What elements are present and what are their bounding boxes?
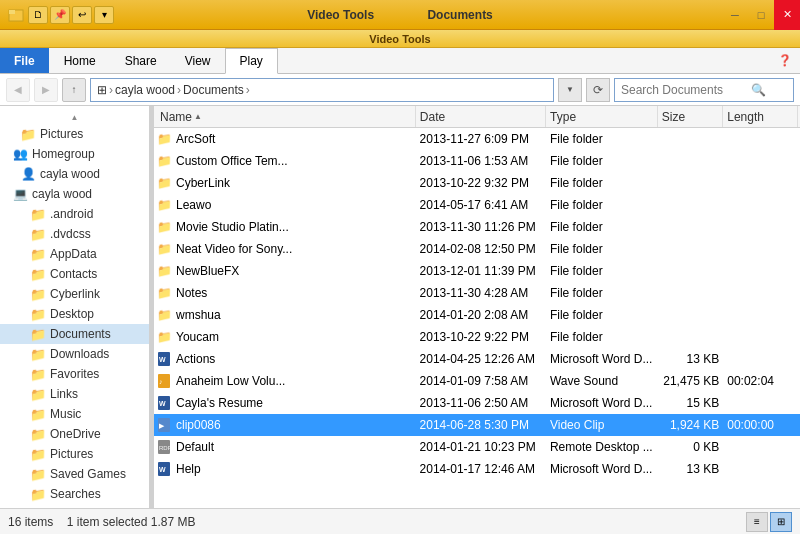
col-header-type[interactable]: Type — [546, 106, 658, 127]
folder-icon: 📁 — [156, 197, 172, 213]
tab-play[interactable]: Play — [225, 48, 278, 74]
sidebar-item-downloads[interactable]: 📁 Downloads — [0, 344, 149, 364]
folder-icon: 📁 — [30, 466, 46, 482]
minimize-button[interactable]: ─ — [722, 0, 748, 30]
table-row[interactable]: W Help 2014-01-17 12:46 AM Microsoft Wor… — [154, 458, 800, 480]
forward-button[interactable]: ▶ — [34, 78, 58, 102]
sidebar-item-contacts[interactable]: 📁 Contacts — [0, 264, 149, 284]
sidebar: ▲ 📁 Pictures 👥 Homegroup 👤 cayla wood 💻 … — [0, 106, 150, 508]
sidebar-item-android[interactable]: 📁 .android — [0, 204, 149, 224]
table-row[interactable]: 📁Youcam 2013-10-22 9:22 PM File folder — [154, 326, 800, 348]
address-bar: ◀ ▶ ↑ ⊞ › cayla wood › Documents › ▼ ⟳ 🔍 — [0, 74, 800, 106]
tab-view[interactable]: View — [171, 48, 225, 73]
sidebar-item-cayla-pc[interactable]: 💻 cayla wood — [0, 184, 149, 204]
large-icons-view-button[interactable]: ⊞ — [770, 512, 792, 532]
sidebar-item-cayla-homegroup[interactable]: 👤 cayla wood — [0, 164, 149, 184]
sidebar-label: Downloads — [50, 347, 109, 361]
sidebar-item-searches[interactable]: 📁 Searches — [0, 484, 149, 504]
sidebar-item-pictures-top[interactable]: 📁 Pictures — [0, 124, 149, 144]
sidebar-label: cayla wood — [32, 187, 92, 201]
sidebar-label: Links — [50, 387, 78, 401]
pin-quick-btn[interactable]: 📌 — [50, 6, 70, 24]
sidebar-item-homegroup[interactable]: 👥 Homegroup — [0, 144, 149, 164]
sidebar-item-dvdcss[interactable]: 📁 .dvdcss — [0, 224, 149, 244]
pc-icon: 💻 — [12, 186, 28, 202]
search-icon[interactable]: 🔍 — [751, 83, 766, 97]
app-icon — [8, 7, 24, 23]
table-row[interactable]: W Actions 2014-04-25 12:26 AM Microsoft … — [154, 348, 800, 370]
col-size-label: Size — [662, 110, 685, 124]
new-folder-quick-btn[interactable]: 🗋 — [28, 6, 48, 24]
sidebar-label: .android — [50, 207, 93, 221]
col-name-label: Name — [160, 110, 192, 124]
search-input[interactable] — [621, 83, 751, 97]
sidebar-item-appdata[interactable]: 📁 AppData — [0, 244, 149, 264]
sidebar-label: Cyberlink — [50, 287, 100, 301]
sidebar-item-favorites[interactable]: 📁 Favorites — [0, 364, 149, 384]
table-row[interactable]: ♪ Anaheim Low Volu... 2014-01-09 7:58 AM… — [154, 370, 800, 392]
tab-share[interactable]: Share — [111, 48, 171, 73]
sidebar-label: Music — [50, 407, 81, 421]
sidebar-item-skydrive[interactable]: 📁 SkyDrive.old — [0, 504, 149, 508]
table-row[interactable]: 📁Notes 2013-11-30 4:28 AM File folder — [154, 282, 800, 304]
tab-file[interactable]: File — [0, 48, 49, 73]
svg-text:W: W — [159, 356, 166, 363]
table-row[interactable]: 📁Custom Office Tem... 2013-11-06 1:53 AM… — [154, 150, 800, 172]
sidebar-item-onedrive[interactable]: 📁 OneDrive — [0, 424, 149, 444]
title-bar: 🗋 📌 ↩ ▾ Video Tools Documents ─ □ ✕ — [0, 0, 800, 30]
path-part-home: ⊞ — [97, 83, 107, 97]
table-row[interactable]: 📁ArcSoft 2013-11-27 6:09 PM File folder — [154, 128, 800, 150]
folder-icon: 📁 — [30, 446, 46, 462]
remote-desktop-icon: RDP — [156, 439, 172, 455]
up-button[interactable]: ↑ — [62, 78, 86, 102]
svg-text:♪: ♪ — [159, 378, 163, 385]
table-row[interactable]: ▶ clip0086 2014-06-28 5:30 PM Video Clip… — [154, 414, 800, 436]
details-view-button[interactable]: ≡ — [746, 512, 768, 532]
title-bar-left: 🗋 📌 ↩ ▾ — [8, 6, 114, 24]
sidebar-item-desktop[interactable]: 📁 Desktop — [0, 304, 149, 324]
table-row[interactable]: 📁Leawo 2014-05-17 6:41 AM File folder — [154, 194, 800, 216]
dropdown-quick-btn[interactable]: ▾ — [94, 6, 114, 24]
sidebar-label: Documents — [50, 327, 111, 341]
sidebar-label: OneDrive — [50, 427, 101, 441]
table-row[interactable]: 📁CyberLink 2013-10-22 9:32 PM File folde… — [154, 172, 800, 194]
col-header-size[interactable]: Size — [658, 106, 723, 127]
refresh-button[interactable]: ⟳ — [586, 78, 610, 102]
search-box[interactable]: 🔍 — [614, 78, 794, 102]
col-header-length[interactable]: Length — [723, 106, 798, 127]
sidebar-item-music[interactable]: 📁 Music — [0, 404, 149, 424]
col-header-date[interactable]: Date — [416, 106, 546, 127]
help-button[interactable]: ❓ — [770, 48, 800, 73]
selected-info: 1 item selected 1.87 MB — [67, 515, 196, 529]
folder-icon: 📁 — [156, 329, 172, 345]
undo-quick-btn[interactable]: ↩ — [72, 6, 92, 24]
table-row[interactable]: W Cayla's Resume 2013-11-06 2:50 AM Micr… — [154, 392, 800, 414]
folder-icon: 📁 — [156, 307, 172, 323]
table-row[interactable]: 📁wmshua 2014-01-20 2:08 AM File folder — [154, 304, 800, 326]
tab-home[interactable]: Home — [49, 48, 111, 73]
sidebar-item-cyberlink[interactable]: 📁 Cyberlink — [0, 284, 149, 304]
folder-icon: 📁 — [30, 306, 46, 322]
sidebar-label: Desktop — [50, 307, 94, 321]
sidebar-item-pictures[interactable]: 📁 Pictures — [0, 444, 149, 464]
svg-text:W: W — [159, 400, 166, 407]
close-button[interactable]: ✕ — [774, 0, 800, 30]
address-dropdown-button[interactable]: ▼ — [558, 78, 582, 102]
sidebar-label: Pictures — [50, 447, 93, 461]
col-header-name[interactable]: Name ▲ — [156, 106, 416, 127]
sidebar-item-saved-games[interactable]: 📁 Saved Games — [0, 464, 149, 484]
table-row[interactable]: 📁Movie Studio Platin... 2013-11-30 11:26… — [154, 216, 800, 238]
sidebar-scroll-up[interactable]: ▲ — [0, 110, 149, 124]
table-row[interactable]: RDP Default 2014-01-21 10:23 PM Remote D… — [154, 436, 800, 458]
documents-title: Documents — [427, 8, 492, 22]
table-row[interactable]: 📁NewBlueFX 2013-12-01 11:39 PM File fold… — [154, 260, 800, 282]
table-row[interactable]: 📁Neat Video for Sony... 2014-02-08 12:50… — [154, 238, 800, 260]
file-list-header: Name ▲ Date Type Size Length — [154, 106, 800, 128]
folder-icon: 📁 — [30, 346, 46, 362]
sidebar-item-links[interactable]: 📁 Links — [0, 384, 149, 404]
address-path[interactable]: ⊞ › cayla wood › Documents › — [90, 78, 554, 102]
back-button[interactable]: ◀ — [6, 78, 30, 102]
sidebar-label: Homegroup — [32, 147, 95, 161]
sidebar-item-documents[interactable]: 📁 Documents — [0, 324, 149, 344]
maximize-button[interactable]: □ — [748, 0, 774, 30]
